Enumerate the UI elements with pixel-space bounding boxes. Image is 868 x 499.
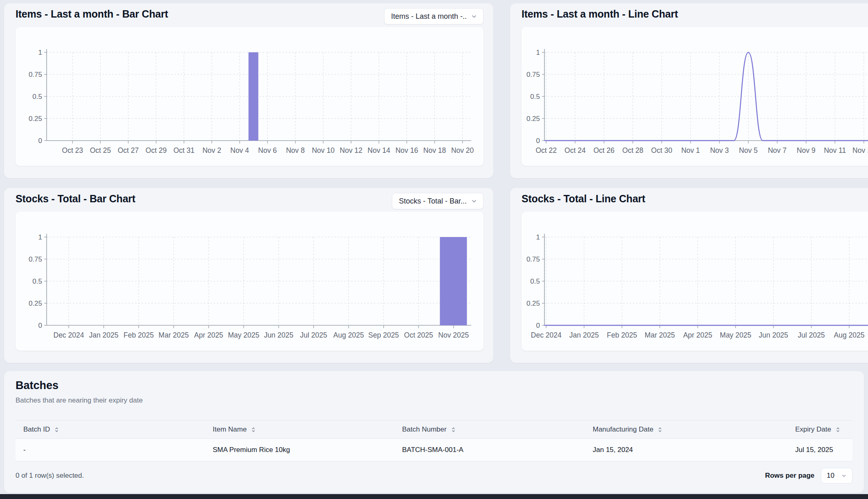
svg-text:Nov 6: Nov 6 (258, 146, 277, 154)
sort-icon (835, 427, 841, 433)
svg-text:0.5: 0.5 (32, 277, 42, 285)
column-header-item-name[interactable]: Item Name (213, 425, 402, 434)
items-line-chart: 00.250.50.751Oct 22Oct 24Oct 26Oct 28Oct… (522, 27, 868, 166)
svg-text:Oct 26: Oct 26 (594, 146, 615, 154)
card-batches: Batches Batches that are nearing their e… (4, 371, 864, 493)
card-title: Items - Last a month - Line Chart (522, 8, 678, 20)
svg-text:Jan 2025: Jan 2025 (569, 331, 599, 339)
sort-icon (450, 427, 456, 433)
svg-text:Oct 2025: Oct 2025 (404, 331, 433, 339)
svg-text:Nov 10: Nov 10 (312, 146, 335, 154)
svg-text:Feb 2025: Feb 2025 (124, 331, 154, 339)
svg-text:Dec 2024: Dec 2024 (54, 331, 84, 339)
batches-table: Batch ID Item Name Batch Number Manufact… (16, 420, 852, 461)
svg-text:Oct 22: Oct 22 (535, 146, 557, 154)
card-stocks-bar-chart: Stocks - Total - Bar Chart Stocks - Tota… (4, 188, 493, 363)
svg-text:Oct 30: Oct 30 (651, 146, 672, 154)
rows-per-page-select[interactable]: 10 (821, 468, 852, 483)
svg-text:0.5: 0.5 (530, 277, 540, 285)
svg-text:Jan 2025: Jan 2025 (89, 331, 118, 339)
svg-text:0.75: 0.75 (526, 71, 540, 78)
svg-text:Nov 16: Nov 16 (396, 146, 418, 154)
column-header-manufacturing-date[interactable]: Manufacturing Date (593, 425, 795, 434)
svg-text:Nov 18: Nov 18 (423, 146, 446, 154)
svg-text:0.5: 0.5 (32, 93, 42, 101)
svg-text:Nov 20: Nov 20 (451, 146, 474, 154)
svg-text:Jun 2025: Jun 2025 (264, 331, 293, 339)
table-row[interactable]: - SMA Premium Rice 10kg BATCH-SMA-001-A … (16, 439, 852, 461)
items-bar-chart: 00.250.50.751Oct 23Oct 25Oct 27Oct 29Oct… (16, 27, 483, 166)
svg-text:Sep 2025: Sep 2025 (368, 331, 399, 339)
svg-text:Nov 11: Nov 11 (824, 146, 846, 154)
chart-panel: 00.250.50.751Dec 2024Jan 2025Feb 2025Mar… (522, 212, 868, 351)
cell-batch-number: BATCH-SMA-001-A (402, 446, 593, 454)
svg-text:Oct 31: Oct 31 (173, 146, 195, 154)
svg-text:0.25: 0.25 (526, 300, 540, 307)
batches-title: Batches (16, 379, 58, 392)
chart-selector-dropdown[interactable]: Items - Last a month -.. (384, 8, 483, 25)
column-header-batch-number[interactable]: Batch Number (402, 425, 593, 434)
svg-text:Nov 4: Nov 4 (230, 146, 249, 154)
svg-text:May 2025: May 2025 (720, 331, 751, 339)
chart-panel: 00.250.50.751Dec 2024Jan 2025Feb 2025Mar… (16, 212, 483, 351)
svg-text:1: 1 (38, 49, 42, 56)
svg-text:0.75: 0.75 (29, 255, 42, 263)
svg-text:Aug 2025: Aug 2025 (333, 331, 364, 339)
svg-text:Dec 2024: Dec 2024 (531, 331, 562, 339)
svg-text:Apr 2025: Apr 2025 (194, 331, 223, 339)
svg-text:0.75: 0.75 (29, 71, 42, 78)
svg-text:Oct 24: Oct 24 (564, 146, 586, 154)
svg-text:Apr 2025: Apr 2025 (683, 331, 712, 339)
sort-icon (657, 427, 663, 433)
svg-text:Nov 1: Nov 1 (681, 146, 700, 154)
card-title: Items - Last a month - Bar Chart (16, 8, 168, 20)
svg-text:Jul 2025: Jul 2025 (300, 331, 327, 339)
card-items-line-chart: Items - Last a month - Line Chart 00.250… (510, 3, 868, 178)
stocks-line-chart: 00.250.50.751Dec 2024Jan 2025Feb 2025Mar… (522, 212, 868, 351)
svg-text:0: 0 (38, 137, 42, 145)
chart-selector-label: Stocks - Total - Bar... (399, 197, 467, 206)
card-stocks-line-chart: Stocks - Total - Line Chart 00.250.50.75… (510, 188, 868, 363)
batches-subtitle: Batches that are nearing their expiry da… (16, 396, 143, 405)
svg-text:1: 1 (536, 49, 540, 56)
svg-text:Nov 2: Nov 2 (202, 146, 221, 154)
svg-text:Aug 2025: Aug 2025 (834, 331, 865, 339)
card-items-bar-chart: Items - Last a month - Bar Chart Items -… (4, 3, 493, 178)
card-title: Stocks - Total - Line Chart (522, 193, 645, 205)
svg-text:0: 0 (38, 322, 42, 329)
table-footer: 0 of 1 row(s) selected. Rows per page 10 (16, 467, 852, 485)
column-header-expiry-date[interactable]: Expiry Date (795, 425, 852, 434)
svg-text:Nov 2025: Nov 2025 (438, 331, 469, 339)
svg-text:0.25: 0.25 (29, 115, 42, 123)
stocks-bar-chart: 00.250.50.751Dec 2024Jan 2025Feb 2025Mar… (16, 212, 483, 351)
svg-text:Nov 7: Nov 7 (768, 146, 787, 154)
chart-panel: 00.250.50.751Oct 23Oct 25Oct 27Oct 29Oct… (16, 27, 483, 166)
svg-text:Nov 12: Nov 12 (340, 146, 362, 154)
svg-text:0.5: 0.5 (530, 93, 540, 101)
selection-status: 0 of 1 row(s) selected. (16, 472, 84, 480)
table-header-row: Batch ID Item Name Batch Number Manufact… (16, 420, 852, 439)
chart-panel: 00.250.50.751Oct 22Oct 24Oct 26Oct 28Oct… (522, 27, 868, 166)
rows-per-page: Rows per page 10 (765, 468, 852, 483)
svg-text:Nov 8: Nov 8 (286, 146, 305, 154)
svg-text:Nov 3: Nov 3 (710, 146, 729, 154)
svg-text:Oct 25: Oct 25 (90, 146, 111, 154)
svg-text:Feb 2025: Feb 2025 (607, 331, 637, 339)
chart-selector-label: Items - Last a month -.. (391, 12, 467, 21)
svg-text:1: 1 (536, 233, 540, 241)
svg-text:0: 0 (536, 137, 540, 145)
card-title: Stocks - Total - Bar Chart (16, 193, 135, 205)
cell-item-name: SMA Premium Rice 10kg (213, 446, 402, 454)
svg-text:Jul 2025: Jul 2025 (798, 331, 825, 339)
sort-icon (54, 427, 60, 433)
svg-text:Oct 23: Oct 23 (62, 146, 83, 154)
chevron-down-icon (471, 13, 477, 20)
svg-text:0.25: 0.25 (29, 300, 42, 307)
svg-text:0.75: 0.75 (526, 255, 540, 263)
svg-text:0.25: 0.25 (526, 115, 540, 123)
column-header-batch-id[interactable]: Batch ID (23, 425, 213, 434)
svg-text:Mar 2025: Mar 2025 (645, 331, 675, 339)
chart-selector-dropdown[interactable]: Stocks - Total - Bar... (392, 193, 483, 209)
svg-text:Nov 9: Nov 9 (797, 146, 816, 154)
rows-per-page-label: Rows per page (765, 472, 814, 480)
